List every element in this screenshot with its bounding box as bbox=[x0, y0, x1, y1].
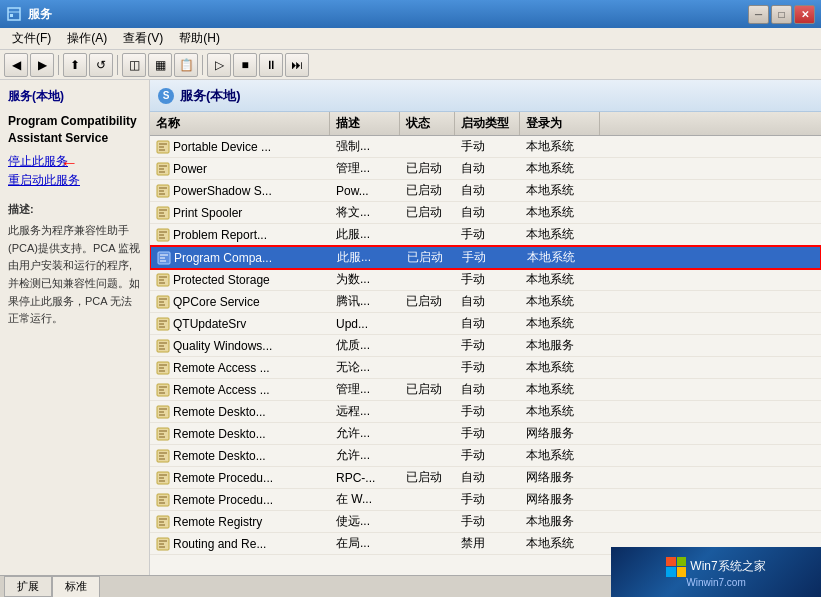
service-table[interactable]: 名称 描述 状态 启动类型 登录为 Portable Device ...强制.… bbox=[150, 112, 821, 575]
menu-item-3[interactable]: 帮助(H) bbox=[171, 28, 228, 49]
table-row[interactable]: Quality Windows...优质...手动本地服务 bbox=[150, 335, 821, 357]
service-status-cell: 已启动 bbox=[400, 467, 455, 488]
table-row[interactable]: Remote Deskto...允许...手动网络服务 bbox=[150, 423, 821, 445]
restart-button[interactable]: ⏭ bbox=[285, 53, 309, 77]
service-name: Remote Registry bbox=[173, 515, 262, 529]
service-name-cell: Remote Access ... bbox=[150, 357, 330, 378]
service-logon-cell: 本地系统 bbox=[521, 247, 601, 268]
win7-text: Win7系统之家 bbox=[690, 558, 765, 575]
svg-rect-0 bbox=[8, 8, 20, 20]
service-name-cell: QPCore Service bbox=[150, 291, 330, 312]
svg-rect-2 bbox=[10, 14, 13, 17]
service-icon bbox=[156, 162, 170, 176]
menu-item-1[interactable]: 操作(A) bbox=[59, 28, 115, 49]
service-name-cell: Remote Deskto... bbox=[150, 445, 330, 466]
service-startup-cell: 手动 bbox=[455, 423, 520, 444]
service-logon-cell: 本地系统 bbox=[520, 180, 600, 201]
back-button[interactable]: ◀ bbox=[4, 53, 28, 77]
service-logon-cell: 本地系统 bbox=[520, 291, 600, 312]
service-startup-cell: 手动 bbox=[455, 401, 520, 422]
toolbar-separator-3 bbox=[202, 55, 203, 75]
menu-bar: 文件(F)操作(A)查看(V)帮助(H) bbox=[0, 28, 821, 50]
service-startup-cell: 自动 bbox=[455, 158, 520, 179]
service-desc-cell: 允许... bbox=[330, 423, 400, 444]
desc-label: 描述: bbox=[8, 201, 141, 219]
forward-button[interactable]: ▶ bbox=[30, 53, 54, 77]
table-row[interactable]: PowerShadow S...Pow...已启动自动本地系统 bbox=[150, 180, 821, 202]
main-content: 服务(本地) Program Compatibility Assistant S… bbox=[0, 80, 821, 575]
service-startup-cell: 手动 bbox=[456, 247, 521, 268]
table-row[interactable]: Remote Deskto...允许...手动本地系统 bbox=[150, 445, 821, 467]
service-name: Routing and Re... bbox=[173, 537, 266, 551]
play-button[interactable]: ▷ bbox=[207, 53, 231, 77]
table-row[interactable]: Remote Access ...管理...已启动自动本地系统 bbox=[150, 379, 821, 401]
service-status-cell: 已启动 bbox=[400, 379, 455, 400]
right-panel-header: S 服务(本地) bbox=[150, 80, 821, 112]
service-status-cell bbox=[400, 445, 455, 466]
service-logon-cell: 本地系统 bbox=[520, 202, 600, 223]
service-desc-cell: 允许... bbox=[330, 445, 400, 466]
service-icon bbox=[156, 273, 170, 287]
toolbar-separator-1 bbox=[58, 55, 59, 75]
menu-item-2[interactable]: 查看(V) bbox=[115, 28, 171, 49]
table-row[interactable]: Protected Storage为数...手动本地系统 bbox=[150, 269, 821, 291]
pause-button[interactable]: ⏸ bbox=[259, 53, 283, 77]
service-name: Remote Deskto... bbox=[173, 449, 266, 463]
service-name: Remote Access ... bbox=[173, 383, 270, 397]
up-button[interactable]: ⬆ bbox=[63, 53, 87, 77]
service-name: Remote Deskto... bbox=[173, 405, 266, 419]
service-logon-cell: 本地系统 bbox=[520, 136, 600, 157]
service-status-cell bbox=[400, 136, 455, 157]
service-status-cell bbox=[400, 224, 455, 245]
col-desc: 描述 bbox=[330, 112, 400, 135]
service-name-cell: Routing and Re... bbox=[150, 533, 330, 554]
arrow-indicator: ← bbox=[60, 153, 78, 174]
table-row[interactable]: Remote Procedu...在 W...手动网络服务 bbox=[150, 489, 821, 511]
tab-standard[interactable]: 标准 bbox=[52, 576, 100, 597]
service-name: Problem Report... bbox=[173, 228, 267, 242]
service-name: QPCore Service bbox=[173, 295, 260, 309]
table-row[interactable]: Power管理...已启动自动本地系统 bbox=[150, 158, 821, 180]
service-name-cell: Program Compa... bbox=[151, 247, 331, 268]
service-name-cell: PowerShadow S... bbox=[150, 180, 330, 201]
service-status-cell bbox=[400, 489, 455, 510]
service-name: Remote Procedu... bbox=[173, 471, 273, 485]
table-row[interactable]: Remote Access ...无论...手动本地系统 bbox=[150, 357, 821, 379]
tab-expand[interactable]: 扩展 bbox=[4, 576, 52, 597]
service-status-cell bbox=[400, 269, 455, 290]
maximize-button[interactable]: □ bbox=[771, 5, 792, 24]
service-desc-cell: 将文... bbox=[330, 202, 400, 223]
service-name: Program Compa... bbox=[174, 251, 272, 265]
service-icon bbox=[156, 449, 170, 463]
status-tabs: 扩展 标准 bbox=[4, 576, 100, 597]
table-row[interactable]: Problem Report...此服...手动本地系统 bbox=[150, 224, 821, 246]
table-row[interactable]: Remote Registry使远...手动本地服务 bbox=[150, 511, 821, 533]
table-row[interactable]: QTUpdateSrvUpd...自动本地系统 bbox=[150, 313, 821, 335]
minimize-button[interactable]: ─ bbox=[748, 5, 769, 24]
table-row[interactable]: Program Compa...此服...已启动手动本地系统 bbox=[150, 246, 821, 269]
table-row[interactable]: Remote Procedu...RPC-...已启动自动网络服务 bbox=[150, 467, 821, 489]
table-row[interactable]: Print Spooler将文...已启动自动本地系统 bbox=[150, 202, 821, 224]
table-row[interactable]: Portable Device ...强制...手动本地系统 bbox=[150, 136, 821, 158]
filter-button[interactable]: ▦ bbox=[148, 53, 172, 77]
close-button[interactable]: ✕ bbox=[794, 5, 815, 24]
services-icon: S bbox=[158, 88, 174, 104]
show-hide-button[interactable]: ◫ bbox=[122, 53, 146, 77]
service-name-cell: Power bbox=[150, 158, 330, 179]
service-logon-cell: 本地系统 bbox=[520, 158, 600, 179]
menu-item-0[interactable]: 文件(F) bbox=[4, 28, 59, 49]
selected-service-title: Program Compatibility Assistant Service bbox=[8, 113, 141, 147]
properties-button[interactable]: 📋 bbox=[174, 53, 198, 77]
table-row[interactable]: QPCore Service腾讯...已启动自动本地系统 bbox=[150, 291, 821, 313]
service-name-cell: QTUpdateSrv bbox=[150, 313, 330, 334]
service-startup-cell: 自动 bbox=[455, 313, 520, 334]
stop-button[interactable]: ■ bbox=[233, 53, 257, 77]
service-name-cell: Remote Registry bbox=[150, 511, 330, 532]
service-desc-cell: 腾讯... bbox=[330, 291, 400, 312]
table-row[interactable]: Remote Deskto...远程...手动本地系统 bbox=[150, 401, 821, 423]
service-name: Remote Access ... bbox=[173, 361, 270, 375]
restart-service-link[interactable]: 重启动此服务 bbox=[8, 172, 141, 189]
service-status-cell: 已启动 bbox=[400, 202, 455, 223]
col-status: 状态 bbox=[400, 112, 455, 135]
refresh-button[interactable]: ↺ bbox=[89, 53, 113, 77]
